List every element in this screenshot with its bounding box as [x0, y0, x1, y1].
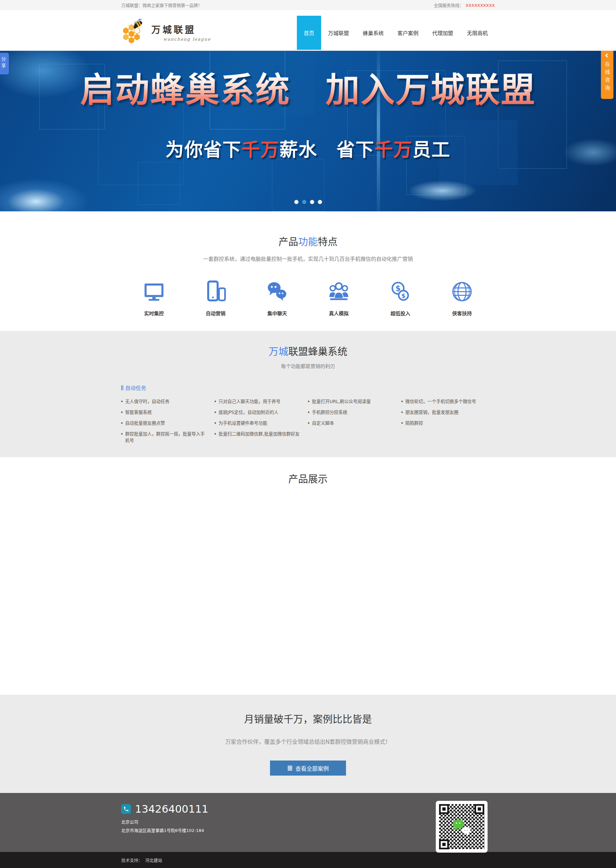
banner-subtitle: 为你省下千万薪水 省下千万员工: [0, 135, 616, 161]
banner-highlight: 千万: [242, 139, 280, 160]
banner-title: 启动蜂巢系统 加入万城联盟: [0, 72, 616, 108]
nav-item-cases[interactable]: 客户案例: [391, 16, 425, 50]
hive-title: 万城联盟蜂巢系统: [0, 343, 616, 358]
list-item: 智能客服系统: [121, 409, 207, 415]
consult-label: 在线咨询: [604, 61, 611, 93]
footer: 13426400111 北京公司 北京市海淀区高里掌路1号院6号楼102-184: [0, 793, 616, 852]
logo[interactable]: 万城联盟 wancheng league: [121, 13, 211, 51]
cases-subtitle: 万家合作伙伴，覆盖多个行业领域总结出N套群控微营销商业模式！: [0, 737, 616, 745]
list-item: 批量扫二维码加微信群,批量加微信群好友: [215, 431, 300, 437]
people-icon: [327, 280, 351, 304]
list-item: 只对自己人聊天功能，用于养号: [215, 398, 300, 405]
list-item: 底层JPS定位，自动加附近的人: [215, 409, 300, 415]
nav-item-league[interactable]: 万城联盟: [321, 16, 356, 50]
cases-section: 月销量破千万，案例比比皆是 万家合作伙伴，覆盖多个行业领域总结出N套群控微营销商…: [0, 695, 616, 793]
hive-feature-grid: 无人值守时，自动任务 智能客服系统 自动批量朋友圈点赞 群控批量加人，群控摇一摇…: [121, 398, 495, 448]
footer-company: 北京公司: [121, 819, 208, 825]
carousel-dots: [0, 200, 616, 204]
qr-code: [436, 801, 487, 852]
phones-icon: [203, 280, 228, 304]
carousel-dot[interactable]: [310, 200, 314, 204]
wechat-chat-icon: [265, 280, 289, 304]
list-item: 陌陌群控: [401, 420, 487, 426]
carousel-dot[interactable]: [318, 200, 322, 204]
hero-banner: 启动蜂巢系统 加入万城联盟 为你省下千万薪水 省下千万员工 分享 在线咨询: [0, 51, 616, 211]
features-section: 产品功能特点 一套群控系统，通过电脑批量控制一批手机，实现几十到几百台手机微信的…: [0, 211, 616, 331]
list-item: 朋友圈营销，批量发朋友圈: [401, 409, 487, 415]
header: 万城联盟 wancheng league 首页 万城联盟 蜂巢系统 客户案例 代…: [0, 10, 616, 51]
logo-title: 万城联盟: [151, 23, 211, 36]
phone-icon: [121, 804, 131, 814]
showcase-empty-area: [0, 485, 616, 689]
hotline-number: XXXXXXXXXX: [466, 3, 495, 8]
feature-low-investment: $ $ 超低投入: [374, 280, 427, 316]
list-item: 微信轮切，一个手机切换多个微信号: [401, 398, 487, 405]
support-label: 技术支持：: [121, 857, 143, 863]
nav-item-agency[interactable]: 代理加盟: [425, 16, 460, 50]
footer-address: 北京市海淀区高里掌路1号院6号楼102-184: [121, 827, 208, 833]
hotline-label: 全国服务热线：: [434, 3, 464, 8]
feature-human-simulation: 真人模拟: [313, 280, 365, 316]
hive-column-1: 无人值守时，自动任务 智能客服系统 自动批量朋友圈点赞 群控批量加人，群控摇一摇…: [121, 398, 215, 448]
svg-text:$: $: [401, 292, 405, 299]
features-title: 产品功能特点: [0, 234, 616, 248]
hive-group-title: 自动任务: [121, 384, 495, 392]
hive-system-section: 万城联盟蜂巢系统 每个功能都是营销的利刃 自动任务 无人值守时，自动任务 智能客…: [0, 331, 616, 457]
main-nav: 首页 万城联盟 蜂巢系统 客户案例 代理加盟 无限商机: [297, 10, 495, 51]
list-item: 群控批量加人，群控摇一摇，批量导入手机号: [121, 431, 207, 443]
bottom-bar: 技术支持： 河北建站: [0, 852, 616, 868]
banner-highlight: 千万: [374, 139, 413, 160]
chevron-left-icon: [605, 53, 610, 58]
list-item: 无人值守时，自动任务: [121, 398, 207, 405]
hive-subtitle: 每个功能都是营销的利刃: [0, 362, 616, 369]
hive-column-3: 批量打开URL,刷公众号阅读量 手机群控分控系统 自定义脚本: [308, 398, 401, 448]
globe-icon: [450, 280, 474, 304]
support-link[interactable]: 河北建站: [145, 857, 162, 863]
double-bar-icon: [121, 385, 122, 390]
logo-subtitle: wancheng league: [163, 37, 211, 42]
coins-icon: $ $: [388, 280, 413, 304]
feature-auto-marketing: 自动营销: [189, 280, 242, 316]
hotline: 全国服务热线：XXXXXXXXXX: [434, 2, 495, 8]
feature-realtime-control: 实时集控: [128, 280, 180, 316]
list-item: 手机群控分控系统: [308, 409, 393, 415]
nav-item-home[interactable]: 首页: [297, 16, 321, 50]
list-icon: [288, 766, 292, 771]
carousel-dot[interactable]: [294, 200, 299, 204]
online-consult-tab[interactable]: 在线咨询: [601, 51, 613, 99]
list-item: 为手机设置硬件串号功能: [215, 420, 300, 426]
wechat-logo-icon: [453, 819, 470, 834]
top-bar: 万城联盟：微商之家旗下微营销第一品牌！ 全国服务热线：XXXXXXXXXX: [0, 0, 616, 10]
product-showcase-section: 产品展示: [0, 457, 616, 695]
site-slogan: 万城联盟：微商之家旗下微营销第一品牌！: [121, 2, 202, 8]
footer-phone-number: 13426400111: [135, 803, 208, 815]
monitor-icon: [142, 280, 166, 304]
list-item: 批量打开URL,刷公众号阅读量: [308, 398, 393, 405]
view-all-cases-button[interactable]: 查看全部案例: [270, 761, 346, 775]
honeycomb-bee-icon: [121, 19, 148, 45]
features-subtitle: 一套群控系统，通过电脑批量控制一批手机，实现几十到几百台手机微信的自动化推广营销: [0, 255, 616, 263]
feature-support: 侠客扶持: [436, 280, 488, 316]
hive-column-4: 微信轮切，一个手机切换多个微信号 朋友圈营销，批量发朋友圈 陌陌群控: [401, 398, 495, 448]
features-row: 实时集控 自动营销 集中聊天: [128, 280, 488, 316]
share-tab[interactable]: 分享: [0, 53, 9, 74]
hive-column-2: 只对自己人聊天功能，用于养号 底层JPS定位，自动加附近的人 为手机设置硬件串号…: [215, 398, 308, 448]
list-item: 自动批量朋友圈点赞: [121, 420, 207, 426]
nav-item-opportunity[interactable]: 无限商机: [460, 16, 495, 50]
nav-item-hive-system[interactable]: 蜂巢系统: [356, 16, 391, 50]
cases-title: 月销量破千万，案例比比皆是: [0, 711, 616, 725]
carousel-dot-active[interactable]: [302, 200, 306, 204]
footer-contact: 13426400111 北京公司 北京市海淀区高里掌路1号院6号楼102-184: [121, 803, 208, 852]
list-item: 自定义脚本: [308, 420, 393, 426]
showcase-title: 产品展示: [0, 471, 616, 485]
feature-central-chat: 集中聊天: [251, 280, 303, 316]
